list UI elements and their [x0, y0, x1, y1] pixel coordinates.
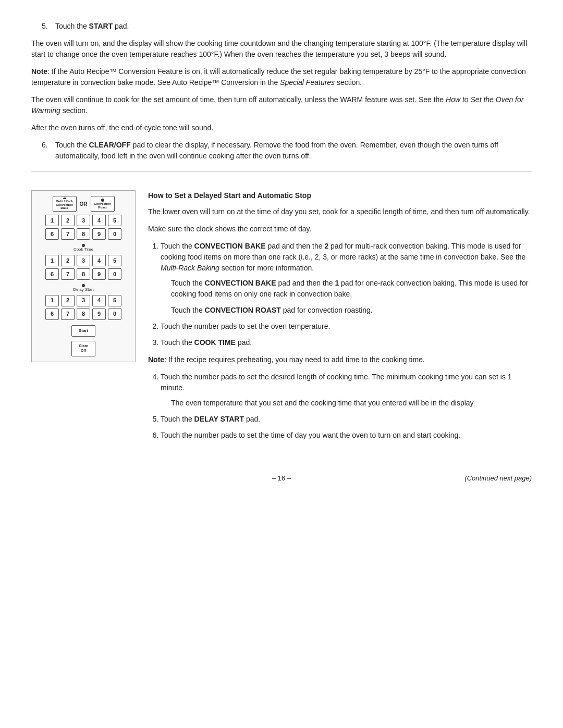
step-6: 6. Touch the CLEAR/OFF pad to clear the … — [31, 140, 532, 162]
key-7: 7 — [61, 228, 75, 240]
keys-row-5: 1 2 3 4 5 — [36, 295, 131, 306]
key-3b: 3 — [77, 255, 90, 266]
para-2: The oven will continue to cook for the s… — [31, 94, 532, 116]
clear-off-bold: CLEAR/OFF — [89, 141, 131, 149]
li2-text: Touch the number pads to set the oven te… — [161, 322, 330, 330]
key-0c: 0 — [108, 309, 121, 320]
key-4: 4 — [92, 215, 106, 226]
keys-row-4: 6 7 8 9 0 — [36, 268, 131, 280]
page-number: – 16 – — [198, 473, 365, 484]
para-2-start: The oven will continue to cook for the s… — [31, 95, 446, 104]
clear-label: Clear — [79, 344, 88, 348]
key-4b: 4 — [92, 255, 106, 266]
diagram-column: Multi / RackConvectionBake OR Convection… — [31, 190, 136, 362]
note-1-text: : If the Auto Recipe™ Conversion Feature… — [31, 67, 526, 87]
off-label: Off — [81, 349, 86, 353]
mode-buttons-row: Multi / RackConvectionBake OR Convection… — [36, 196, 131, 212]
key-3: 3 — [77, 215, 90, 226]
key-6c: 6 — [45, 309, 59, 320]
page-content: 5. Touch the START pad. The oven will tu… — [31, 21, 532, 484]
li1-cb-bold: CONVECTION BAKE — [194, 242, 266, 250]
start-action-btn: Start — [71, 325, 95, 337]
delay-start-section: Delay Start — [73, 284, 94, 293]
li1-i1-1-bold: 1 — [335, 279, 339, 287]
or-label: OR — [80, 200, 88, 208]
list-item-4: Touch the number pads to set the desired… — [161, 372, 532, 409]
li1-indent2: Touch the CONVECTION ROAST pad for conve… — [161, 305, 532, 316]
para-1: The oven will turn on, and the display w… — [31, 38, 532, 60]
cook-time-label: Cook Time — [74, 248, 93, 252]
clear-off-action-btn: Clear Off — [71, 341, 95, 356]
li1-indent1: Touch the CONVECTION BAKE pad and then t… — [161, 278, 532, 300]
key-2b: 2 — [61, 255, 75, 266]
key-0b: 0 — [108, 268, 121, 280]
convection-roast-mode-btn: ConvectionRoast — [91, 196, 115, 212]
clear-off-btn-row: Clear Off — [71, 341, 95, 356]
keys-row-1: 1 2 3 4 5 — [36, 215, 131, 226]
step-6-number: 6. — [42, 140, 51, 162]
li3-ct-bold: COOK TIME — [194, 338, 236, 347]
note-1: Note: If the Auto Recipe™ Conversion Fea… — [31, 66, 532, 88]
step-5-number: 5. — [42, 21, 51, 32]
key-8: 8 — [77, 228, 90, 240]
start-btn-row: Start — [71, 325, 95, 337]
step-6-text: Touch the CLEAR/OFF pad to clear the dis… — [55, 140, 532, 162]
key-9c: 9 — [92, 309, 106, 320]
section-intro: The lower oven will turn on at the time … — [148, 206, 532, 217]
key-8b: 8 — [77, 268, 90, 280]
key-1c: 1 — [45, 295, 59, 306]
key-9b: 9 — [92, 268, 106, 280]
key-5: 5 — [108, 215, 121, 226]
para-3: After the oven turns off, the end-of-cyc… — [31, 122, 532, 133]
list-item-2: Touch the number pads to set the oven te… — [161, 321, 532, 332]
key-3c: 3 — [77, 295, 90, 306]
note-2-text: : If the recipe requires preheating, you… — [164, 355, 425, 364]
keys-row-2: 6 7 8 9 0 — [36, 228, 131, 240]
section-heading: How to Set a Delayed Start and Automatic… — [148, 190, 532, 201]
li1-i1-cb-bold: CONVECTION BAKE — [205, 279, 276, 287]
key-0: 0 — [108, 228, 121, 240]
note-1-italic: Special Features — [280, 78, 335, 87]
key-4c: 4 — [92, 295, 106, 306]
delay-start-label: Delay Start — [73, 288, 94, 292]
step-5: 5. Touch the START pad. — [31, 21, 532, 32]
cook-time-section: Cook Time — [74, 244, 93, 253]
key-5c: 5 — [108, 295, 121, 306]
key-7b: 7 — [61, 268, 75, 280]
note-2-bold: Note — [148, 355, 164, 364]
note-2: Note: If the recipe requires preheating,… — [148, 354, 532, 365]
step-5-text: Touch the START pad. — [55, 21, 129, 32]
li1-i2-cr-bold: CONVECTION ROAST — [205, 306, 281, 314]
divider — [31, 171, 532, 171]
steps-list: Touch the CONVECTION BAKE pad and then t… — [148, 241, 532, 348]
list-item-6: Touch the number pads to set the time of… — [161, 430, 532, 441]
note-1-end: section. — [335, 78, 362, 87]
key-2: 2 — [61, 215, 75, 226]
list-item-1: Touch the CONVECTION BAKE pad and then t… — [161, 241, 532, 316]
text-column: How to Set a Delayed Start and Automatic… — [148, 190, 532, 447]
oven-diagram: Multi / RackConvectionBake OR Convection… — [31, 190, 136, 362]
steps-list-cont: Touch the number pads to set the desired… — [148, 372, 532, 441]
li4-text: Touch the number pads to set the desired… — [161, 373, 512, 392]
li1-italic: Multi-Rack Baking — [161, 264, 219, 272]
key-1b: 1 — [45, 255, 59, 266]
continued-text: (Continued next page) — [365, 473, 532, 484]
footer: – 16 – (Continued next page) — [31, 468, 532, 484]
make-sure: Make sure the clock shows the correct ti… — [148, 224, 532, 235]
li1-text: Touch the CONVECTION BAKE pad and then t… — [161, 242, 525, 272]
li4-indent: The oven temperature that you set and th… — [161, 398, 532, 409]
li6-text: Touch the number pads to set the time of… — [161, 431, 460, 439]
li5-ds-bold: DELAY START — [194, 415, 244, 423]
list-item-3: Touch the COOK TIME pad. — [161, 337, 532, 348]
convection-bake-mode-btn: Multi / RackConvectionBake — [53, 196, 77, 212]
key-2c: 2 — [61, 295, 75, 306]
key-6: 6 — [45, 228, 59, 240]
top-section: 5. Touch the START pad. The oven will tu… — [31, 21, 532, 181]
li1-2-bold: 2 — [324, 242, 328, 250]
start-bold: START — [89, 22, 113, 30]
key-8c: 8 — [77, 309, 90, 320]
key-1: 1 — [45, 215, 59, 226]
keys-row-3: 1 2 3 4 5 — [36, 255, 131, 266]
note-1-bold: Note — [31, 67, 47, 76]
key-7c: 7 — [61, 309, 75, 320]
